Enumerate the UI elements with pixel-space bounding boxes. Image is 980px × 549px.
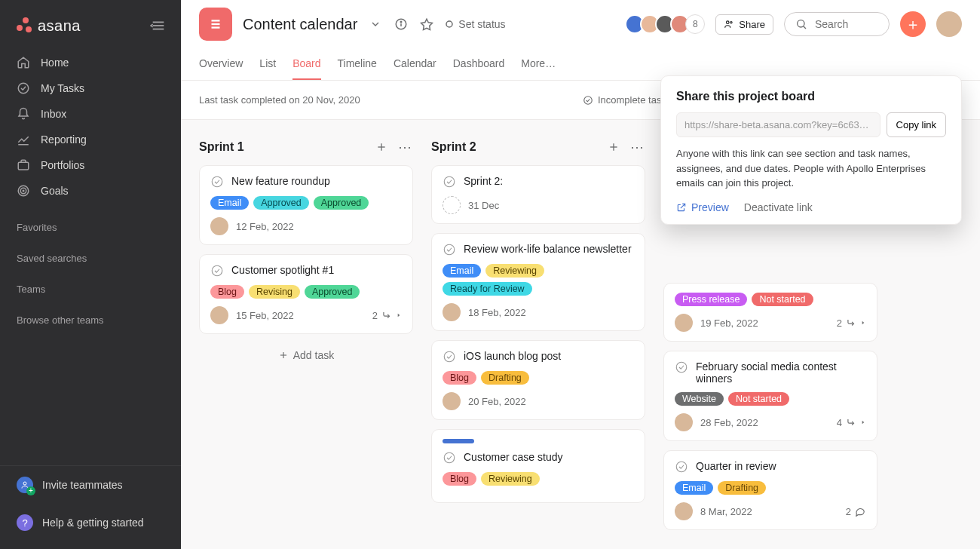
avatar-overflow: 8 (685, 14, 705, 34)
tag[interactable]: Website (675, 392, 724, 406)
section-saved-searches[interactable]: Saved searches (0, 239, 181, 270)
search-field[interactable] (813, 17, 874, 31)
tab-dashboard[interactable]: Dashboard (453, 53, 505, 80)
tag[interactable]: Approved (253, 196, 309, 210)
task-card[interactable]: Customer spotlight #1BlogRevisingApprove… (199, 254, 413, 334)
tab-overview[interactable]: Overview (199, 53, 243, 80)
assignee-avatar[interactable] (443, 303, 461, 321)
card-meta[interactable]: 2 (846, 506, 866, 517)
card-meta[interactable]: 2 (372, 310, 402, 321)
share-title: Share this project board (676, 90, 946, 103)
complete-toggle[interactable] (443, 451, 456, 465)
copy-link-button[interactable]: Copy link (887, 112, 946, 137)
add-card-button[interactable] (372, 138, 390, 156)
tag[interactable]: Reviewing (481, 472, 540, 486)
tag[interactable]: Blog (443, 371, 476, 385)
task-card[interactable]: Sprint 2:31 Dec (431, 165, 645, 224)
nav-reporting[interactable]: Reporting (0, 127, 181, 152)
tag[interactable]: Not started (752, 293, 813, 306)
svg-point-19 (798, 20, 804, 27)
complete-toggle[interactable] (675, 360, 688, 374)
global-add-button[interactable]: ＋ (900, 11, 926, 37)
nav-inbox[interactable]: Inbox (0, 101, 181, 127)
incomplete-tasks-button[interactable]: Incomplete tasks (583, 94, 672, 106)
complete-toggle[interactable] (443, 350, 456, 363)
project-icon[interactable] (199, 8, 232, 41)
tag[interactable]: Blog (443, 472, 476, 486)
complete-toggle[interactable] (210, 264, 224, 278)
tags: EmailReviewingReady for Review (443, 264, 634, 296)
tag[interactable]: Reviewing (485, 264, 544, 278)
nav-home[interactable]: Home (0, 50, 181, 75)
user-avatar[interactable] (936, 11, 962, 37)
tag[interactable]: Approved (314, 196, 369, 210)
column-menu-button[interactable]: ⋯ (630, 139, 645, 155)
task-card[interactable]: Quarter in reviewEmailDrafting8 Mar, 202… (663, 450, 877, 530)
chevron-down-icon[interactable] (368, 17, 383, 32)
tag[interactable]: Ready for Review (443, 282, 532, 296)
assignee-avatar[interactable] (675, 502, 693, 520)
share-link-url[interactable]: https://share-beta.asana.com?key=6c63… (676, 112, 880, 137)
tag[interactable]: Approved (305, 285, 360, 299)
assignee-avatar[interactable] (210, 217, 228, 235)
deactivate-link[interactable]: Deactivate link (744, 201, 813, 213)
sidebar-collapse-button[interactable] (148, 15, 169, 36)
nav-portfolios[interactable]: Portfolios (0, 152, 181, 178)
add-card-button[interactable] (605, 138, 623, 156)
tag[interactable]: Drafting (481, 371, 529, 385)
tag[interactable]: Email (210, 196, 249, 210)
assignee-avatar[interactable] (675, 413, 693, 431)
tag[interactable]: Not started (728, 392, 789, 406)
complete-toggle[interactable] (443, 175, 456, 189)
member-avatars[interactable]: 8 (625, 14, 705, 34)
task-card[interactable]: Customer case studyBlogReviewing (431, 429, 645, 503)
add-task-button[interactable]: Add task (199, 343, 413, 367)
assignee-avatar[interactable] (443, 392, 461, 410)
info-icon[interactable] (394, 17, 409, 32)
search-input[interactable] (784, 12, 890, 36)
column-menu-button[interactable]: ⋯ (398, 139, 413, 155)
nav-my-tasks[interactable]: My Tasks (0, 75, 181, 101)
section-browse-teams[interactable]: Browse other teams (0, 301, 181, 332)
share-button[interactable]: Share (715, 14, 773, 35)
task-card[interactable]: New feature roundupEmailApprovedApproved… (199, 165, 413, 245)
nav-goals[interactable]: Goals (0, 178, 181, 204)
section-favorites[interactable]: Favorites (0, 208, 181, 239)
set-status-button[interactable]: Set status (445, 18, 505, 30)
task-card[interactable]: February social media contest winnersWeb… (663, 351, 877, 441)
task-card[interactable]: Review work-life balance newsletterEmail… (431, 233, 645, 331)
tag[interactable]: Email (443, 264, 481, 278)
card-meta[interactable]: 4 (837, 417, 866, 428)
due-date: 15 Feb, 2022 (236, 310, 294, 321)
assignee-placeholder[interactable] (443, 196, 461, 214)
card-meta[interactable]: 2 (837, 317, 866, 329)
card-title: Customer spotlight #1 (231, 264, 334, 276)
svg-marker-33 (398, 314, 400, 317)
invite-teammates[interactable]: Invite teammates (0, 466, 181, 504)
section-teams[interactable]: Teams (0, 270, 181, 301)
logo[interactable]: asana (17, 17, 81, 35)
tag[interactable]: Email (675, 481, 713, 495)
tab-timeline[interactable]: Timeline (338, 53, 377, 80)
svg-rect-4 (18, 162, 29, 170)
complete-toggle[interactable] (210, 175, 224, 189)
tags: BlogReviewing (443, 472, 634, 486)
tab-list[interactable]: List (259, 53, 276, 80)
help-getting-started[interactable]: ? Help & getting started (0, 504, 181, 541)
svg-point-21 (584, 96, 593, 104)
task-card[interactable]: Press releaseNot started19 Feb, 20222 (663, 283, 877, 342)
assignee-avatar[interactable] (210, 306, 228, 324)
complete-toggle[interactable] (443, 243, 456, 256)
tab-more[interactable]: More… (521, 53, 556, 80)
tag[interactable]: Drafting (718, 481, 766, 495)
preview-link[interactable]: Preview (676, 201, 729, 213)
tag[interactable]: Revising (249, 285, 300, 299)
assignee-avatar[interactable] (675, 314, 693, 332)
task-card[interactable]: iOS launch blog postBlogDrafting20 Feb, … (431, 340, 645, 420)
star-icon[interactable] (419, 17, 434, 32)
complete-toggle[interactable] (675, 460, 688, 474)
tab-board[interactable]: Board (292, 53, 320, 80)
tag[interactable]: Press release (675, 293, 747, 306)
tag[interactable]: Blog (210, 285, 244, 299)
tab-calendar[interactable]: Calendar (394, 53, 436, 80)
